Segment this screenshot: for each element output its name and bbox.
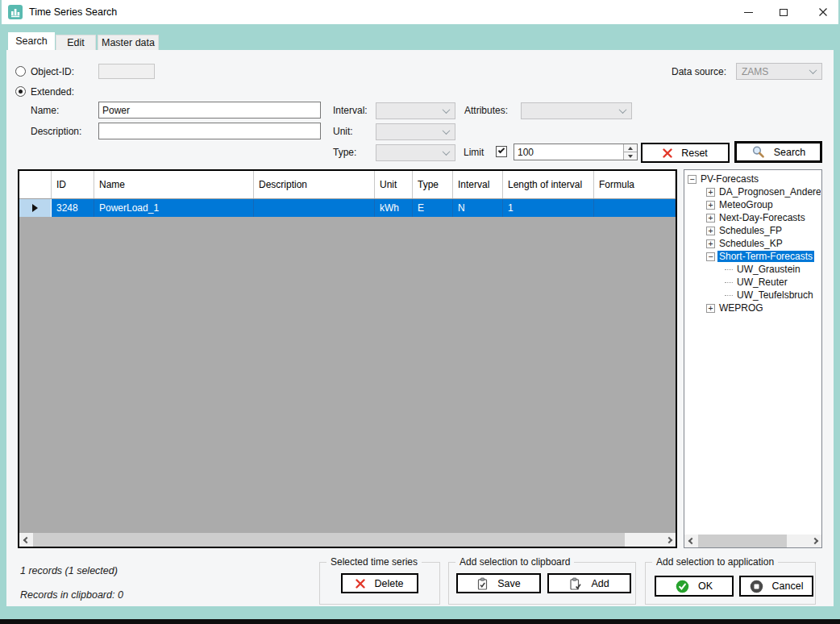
search-button[interactable]: Search <box>734 141 822 163</box>
tree-node-short-term-forecasts[interactable]: −Short-Term-Forecasts <box>686 250 821 263</box>
attributes-select[interactable] <box>521 102 632 119</box>
window-frame-bottom <box>0 606 840 619</box>
column-header-length-of-interval[interactable]: Length of interval <box>503 171 594 198</box>
tree-node-pv-forecasts[interactable]: −PV-Forecasts <box>686 173 821 185</box>
tree-node-label[interactable]: Short-Term-Forecasts <box>717 251 814 262</box>
tree-node-da-prognosen-andere-[interactable]: +DA_Prognosen_Andere_ <box>686 185 821 198</box>
name-input[interactable] <box>98 102 321 119</box>
spinner-down-button[interactable] <box>624 152 637 160</box>
tree-node-next-day-forecasts[interactable]: +Next-Day-Forecasts <box>686 211 821 224</box>
reset-button-label: Reset <box>681 148 708 159</box>
tree-horizontal-scrollbar[interactable] <box>684 535 821 547</box>
expand-icon[interactable]: + <box>706 239 715 248</box>
tree-node-label[interactable]: Schedules_KP <box>717 238 784 249</box>
close-icon <box>818 7 828 17</box>
tree-node-label[interactable]: Next-Day-Forecasts <box>717 212 807 223</box>
limit-checkbox[interactable] <box>496 146 507 157</box>
minimize-button[interactable] <box>730 0 766 24</box>
tab-search[interactable]: Search <box>8 32 55 50</box>
group-title: Add selection to application <box>652 556 778 568</box>
scroll-left-button[interactable] <box>19 533 33 547</box>
tree-node-uw-graustein[interactable]: UW_Graustein <box>686 263 821 276</box>
chevron-left-icon <box>688 538 694 544</box>
clipboard-check-icon <box>476 577 489 590</box>
current-row-arrow-icon <box>32 204 38 212</box>
tree-node-uw-teufelsbruch[interactable]: UW_Teufelsbruch <box>686 289 821 302</box>
chevron-down-icon <box>809 66 817 74</box>
tree-node-label[interactable]: UW_Reuter <box>735 277 789 288</box>
cell-id[interactable]: 3248 <box>52 199 94 217</box>
scroll-right-button[interactable] <box>662 533 676 547</box>
column-header-interval[interactable]: Interval <box>453 171 503 198</box>
tab-edit[interactable]: Edit <box>56 35 96 50</box>
tree-node-label[interactable]: UW_Graustein <box>735 264 802 275</box>
cell-description[interactable] <box>254 199 375 217</box>
column-header-description[interactable]: Description <box>254 171 375 198</box>
time-series-search-window: Time Series Search Search Edit Master da… <box>0 0 840 624</box>
spinner-up-button[interactable] <box>624 144 637 152</box>
type-select[interactable] <box>376 144 455 161</box>
tree-node-schedules-fp[interactable]: +Schedules_FP <box>686 224 821 237</box>
description-input[interactable] <box>98 123 321 139</box>
tree-node-schedules-kp[interactable]: +Schedules_KP <box>686 237 821 250</box>
cell-length-of-interval[interactable]: 1 <box>503 199 594 217</box>
window-frame-right <box>834 50 840 606</box>
cell-unit[interactable]: kWh <box>375 199 413 217</box>
bar-chart-icon <box>8 5 23 19</box>
table-horizontal-scrollbar[interactable] <box>19 533 676 547</box>
ok-button[interactable]: OK <box>655 576 734 597</box>
expand-icon[interactable]: + <box>706 201 715 210</box>
window-frame-left <box>0 50 6 606</box>
expand-icon[interactable]: + <box>706 227 715 235</box>
column-header-unit[interactable]: Unit <box>375 171 413 198</box>
tab-master-data[interactable]: Master data <box>98 35 159 50</box>
interval-select[interactable] <box>376 102 455 119</box>
tree-connector-line <box>725 282 733 283</box>
tree-node-label[interactable]: Schedules_FP <box>717 225 784 236</box>
expand-icon[interactable]: + <box>706 188 715 197</box>
table-row[interactable]: 3248PowerLoad_1kWhEN1 <box>19 199 676 217</box>
cancel-button[interactable]: Cancel <box>739 576 813 597</box>
tree-node-label[interactable]: MeteoGroup <box>717 199 775 210</box>
scroll-right-button[interactable] <box>808 535 821 547</box>
collapse-icon[interactable]: − <box>706 252 715 261</box>
scroll-left-button[interactable] <box>684 535 698 547</box>
delete-button[interactable]: Delete <box>341 573 418 593</box>
tree-node-meteogroup[interactable]: +MeteoGroup <box>686 198 821 211</box>
scrollbar-thumb[interactable] <box>33 533 625 547</box>
save-button[interactable]: Save <box>456 573 541 593</box>
tree-node-label[interactable]: DA_Prognosen_Andere_ <box>717 186 821 198</box>
object-id-input[interactable] <box>98 64 155 79</box>
cell-formula[interactable] <box>594 199 676 217</box>
column-header-type[interactable]: Type <box>413 171 453 198</box>
limit-spinner[interactable]: 100 <box>514 144 638 160</box>
column-header-name[interactable]: Name <box>94 171 254 198</box>
object-id-radio[interactable] <box>15 66 26 77</box>
scrollbar-thumb[interactable] <box>698 535 787 547</box>
column-header-id[interactable]: ID <box>52 171 94 198</box>
extended-radio[interactable] <box>15 86 26 97</box>
maximize-button[interactable] <box>766 0 801 24</box>
tree-node-uw-reuter[interactable]: UW_Reuter <box>686 276 821 289</box>
tree-node-label[interactable]: WEPROG <box>717 302 765 314</box>
tree-node-label[interactable]: PV-Forecasts <box>699 173 760 185</box>
chevron-down-icon <box>443 148 451 156</box>
add-button[interactable]: Add <box>547 573 631 593</box>
tree-node-weprog[interactable]: +WEPROG <box>686 302 821 314</box>
cell-name[interactable]: PowerLoad_1 <box>94 199 254 217</box>
column-header-formula[interactable]: Formula <box>594 171 676 198</box>
cell-interval[interactable]: N <box>453 199 503 217</box>
data-source-select[interactable]: ZAMS <box>736 63 822 80</box>
tree-node-label[interactable]: UW_Teufelsbruch <box>735 289 815 301</box>
row-selector-cell[interactable] <box>19 199 52 217</box>
unit-select[interactable] <box>376 123 455 140</box>
column-header-selector[interactable] <box>19 171 52 198</box>
title-bar[interactable]: Time Series Search <box>0 0 840 24</box>
description-label: Description: <box>31 126 81 137</box>
expand-icon[interactable]: + <box>706 304 715 313</box>
close-button[interactable] <box>805 0 840 24</box>
expand-icon[interactable]: + <box>706 214 715 223</box>
reset-button[interactable]: Reset <box>641 143 730 163</box>
collapse-icon[interactable]: − <box>688 175 697 184</box>
cell-type[interactable]: E <box>413 199 453 217</box>
